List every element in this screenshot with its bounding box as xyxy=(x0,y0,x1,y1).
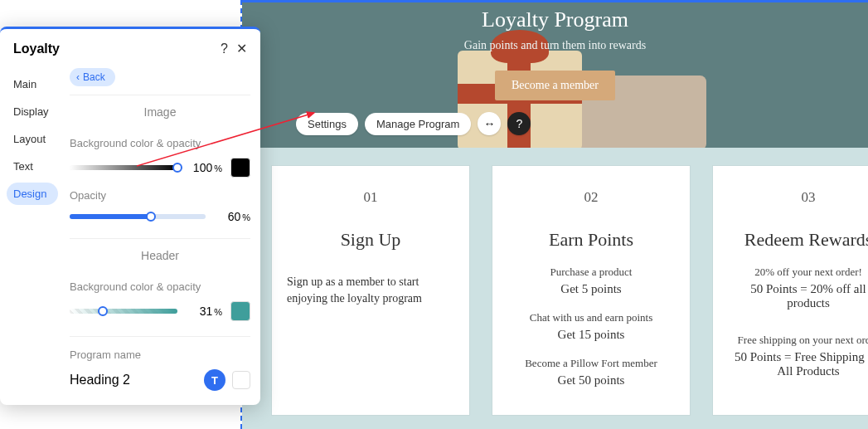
card-signup: 01 Sign Up Sign up as a member to start … xyxy=(272,166,469,415)
chevron-left-icon: ‹ xyxy=(76,71,80,83)
hero-subtitle: Gain points and turn them into rewards xyxy=(242,39,868,52)
section-image-title: Image xyxy=(70,95,250,125)
header-bg-swatch[interactable] xyxy=(230,301,250,321)
text-style-button[interactable]: T xyxy=(204,369,225,391)
card-line: 20% off your next order! xyxy=(728,266,868,279)
cards-row: 01 Sign Up Sign up as a member to start … xyxy=(242,166,868,415)
card-line: Get 50 points xyxy=(507,373,675,388)
nav-main[interactable]: Main xyxy=(7,73,58,95)
card-number: 03 xyxy=(728,189,868,206)
header-bg-label: Background color & opacity xyxy=(70,280,250,293)
design-panel: Loyalty ? ✕ Main Display Layout Text Des… xyxy=(0,27,260,405)
page-canvas: Loyalty Program Gain points and turn the… xyxy=(240,0,868,429)
card-line: Purchase a product xyxy=(507,266,675,279)
help-icon[interactable]: ? xyxy=(507,112,531,135)
image-bg-label: Background color & opacity xyxy=(70,137,250,149)
image-bg-swatch[interactable] xyxy=(230,158,250,178)
nav-text[interactable]: Text xyxy=(7,155,58,178)
panel-title: Loyalty xyxy=(13,41,212,56)
card-title: Earn Points xyxy=(507,229,675,251)
panel-header: Loyalty ? ✕ xyxy=(0,29,260,65)
card-earn: 02 Earn Points Purchase a product Get 5 … xyxy=(492,166,690,415)
card-number: 01 xyxy=(287,189,454,206)
card-redeem: 03 Redeem Rewards 20% off your next orde… xyxy=(713,166,868,415)
program-name-value: Heading 2 xyxy=(70,373,197,388)
element-toolbar: Settings Manage Program ↔ ? xyxy=(296,112,531,135)
become-member-button[interactable]: Become a member xyxy=(495,71,615,100)
card-line: 50 Points = Free Shipping for All Produc… xyxy=(728,350,868,378)
stretch-icon[interactable]: ↔ xyxy=(478,112,501,135)
back-button[interactable]: ‹ Back xyxy=(70,68,115,86)
card-line: Free shipping on your next order xyxy=(728,334,868,347)
image-opacity-value: 60% xyxy=(214,210,250,223)
card-title: Sign Up xyxy=(287,229,454,251)
help-icon[interactable]: ? xyxy=(221,41,228,56)
card-description: Sign up as a member to start enjoying th… xyxy=(287,274,454,306)
back-label: Back xyxy=(83,71,105,83)
card-number: 02 xyxy=(507,189,675,206)
settings-scroll[interactable]: ‹ Back Image Background color & opacity … xyxy=(65,65,260,405)
image-bg-slider[interactable] xyxy=(70,165,177,170)
nav-display[interactable]: Display xyxy=(7,100,58,123)
panel-nav: Main Display Layout Text Design xyxy=(0,65,65,405)
program-name-color[interactable] xyxy=(232,371,250,389)
program-name-label: Program name xyxy=(70,349,250,361)
section-header-title: Header xyxy=(70,239,250,269)
hero-title: Loyalty Program xyxy=(242,7,868,32)
image-opacity-label: Opacity xyxy=(70,189,250,202)
manage-program-button[interactable]: Manage Program xyxy=(365,113,471,135)
image-bg-value: 100% xyxy=(186,161,222,174)
hero-section: Loyalty Program Gain points and turn the… xyxy=(242,0,868,148)
card-line: Chat with us and earn points xyxy=(507,311,675,324)
card-line: Become a Pillow Fort member xyxy=(507,357,675,370)
image-opacity-slider[interactable] xyxy=(70,214,206,219)
card-line: Get 5 points xyxy=(507,282,675,296)
settings-button[interactable]: Settings xyxy=(296,113,358,135)
nav-design[interactable]: Design xyxy=(7,183,58,205)
close-icon[interactable]: ✕ xyxy=(236,41,247,56)
cards-area: 01 Sign Up Sign up as a member to start … xyxy=(242,148,868,429)
nav-layout[interactable]: Layout xyxy=(7,128,58,150)
card-line: 50 Points = 20% off all products xyxy=(728,282,868,310)
card-line: Get 15 points xyxy=(507,328,675,342)
card-title: Redeem Rewards xyxy=(728,229,868,251)
header-bg-value: 31% xyxy=(186,305,222,318)
header-bg-slider[interactable] xyxy=(70,309,177,314)
